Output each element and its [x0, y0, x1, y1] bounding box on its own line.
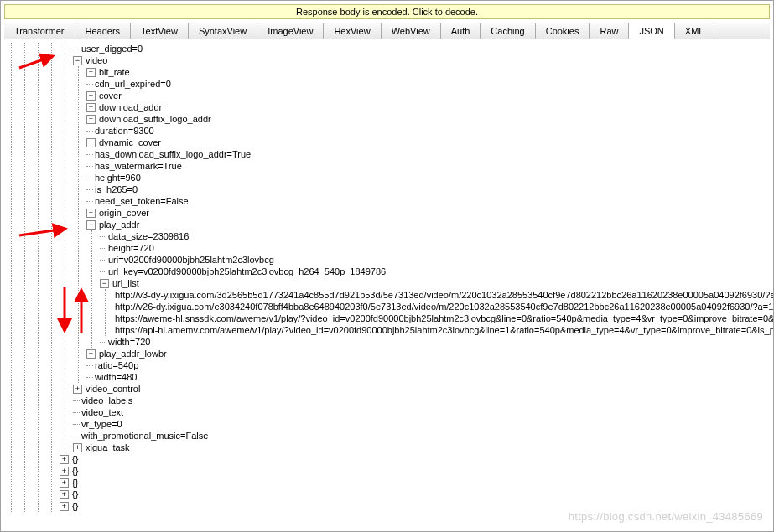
- tab-xml[interactable]: XML: [675, 23, 715, 39]
- tree-row[interactable]: +origin_cover: [86, 207, 773, 219]
- expand-icon[interactable]: +: [86, 68, 96, 77]
- tab-json[interactable]: JSON: [629, 23, 674, 39]
- expand-icon[interactable]: +: [60, 490, 69, 499]
- tree-row[interactable]: ratio=540p: [86, 359, 773, 371]
- tree-row[interactable]: with_promotional_music=False: [73, 430, 773, 442]
- tree-row[interactable]: height=720: [100, 242, 773, 254]
- collapse-icon[interactable]: −: [100, 279, 109, 288]
- expand-icon[interactable]: +: [86, 138, 96, 147]
- tree-row[interactable]: need_set_token=False: [86, 195, 773, 207]
- tree-row[interactable]: cdn_url_expired=0: [86, 78, 773, 90]
- tab-syntaxview[interactable]: SyntaxView: [189, 23, 257, 39]
- tree-row[interactable]: video_labels: [73, 395, 773, 406]
- fiddler-inspector-window: Response body is encoded. Click to decod…: [0, 0, 774, 532]
- tree-row[interactable]: +xigua_task: [73, 442, 773, 453]
- tree-row[interactable]: width=480: [86, 371, 773, 383]
- tree-row[interactable]: data_size=2309816: [100, 230, 773, 242]
- tab-transformer[interactable]: Transformer: [4, 23, 75, 39]
- tree-row[interactable]: http://v3-dy-y.ixigua.com/3d2565b5d17732…: [113, 289, 773, 301]
- expand-icon[interactable]: +: [86, 349, 96, 359]
- expand-icon[interactable]: +: [60, 478, 69, 488]
- tab-hexview[interactable]: HexView: [324, 23, 381, 39]
- watermark-text: https://blog.csdn.net/weixin_43485669: [569, 510, 763, 523]
- expand-icon[interactable]: +: [86, 103, 96, 112]
- tree-row[interactable]: duration=9300: [86, 125, 773, 137]
- tree-row[interactable]: +download_addr: [86, 101, 773, 113]
- tree-row[interactable]: −video: [73, 54, 773, 66]
- decode-banner[interactable]: Response body is encoded. Click to decod…: [4, 4, 770, 19]
- json-tree[interactable]: user_digged=0 −video +bit_rate cdn_url_e…: [1, 39, 773, 515]
- tree-row[interactable]: has_download_suffix_logo_addr=True: [86, 148, 773, 160]
- tab-webview[interactable]: WebView: [382, 23, 441, 39]
- tree-row[interactable]: +{}: [60, 477, 773, 488]
- tree-row[interactable]: uri=v0200fd90000bjbh25lahtm2c3lovbcg: [100, 254, 773, 266]
- tree-row[interactable]: url_key=v0200fd90000bjbh25lahtm2c3lovbcg…: [100, 266, 773, 277]
- tree-row[interactable]: has_watermark=True: [86, 160, 773, 172]
- tree-row[interactable]: user_digged=0: [73, 43, 773, 54]
- expand-icon[interactable]: +: [73, 443, 82, 452]
- tree-row[interactable]: +video_control: [73, 383, 773, 395]
- tree-row[interactable]: −play_addr: [86, 219, 773, 230]
- collapse-icon[interactable]: −: [73, 56, 82, 65]
- tree-row[interactable]: video_text: [73, 406, 773, 418]
- collapse-icon[interactable]: −: [86, 220, 96, 230]
- tree-row[interactable]: +download_suffix_logo_addr: [86, 113, 773, 125]
- tab-textview[interactable]: TextView: [131, 23, 189, 39]
- tab-raw[interactable]: Raw: [590, 23, 629, 39]
- tree-row[interactable]: +{}: [60, 465, 773, 477]
- tab-headers[interactable]: Headers: [75, 23, 132, 39]
- expand-icon[interactable]: +: [86, 115, 96, 124]
- tree-row[interactable]: +cover: [86, 90, 773, 101]
- tree-row[interactable]: http://v26-dy.ixigua.com/e3034240f078bff…: [113, 301, 773, 312]
- tree-row[interactable]: +{}: [60, 453, 773, 465]
- tree-row[interactable]: +dynamic_cover: [86, 137, 773, 148]
- expand-icon[interactable]: +: [86, 209, 96, 218]
- tree-row[interactable]: +play_addr_lowbr: [86, 348, 773, 359]
- tab-imageview[interactable]: ImageView: [257, 23, 324, 39]
- expand-icon[interactable]: +: [73, 385, 82, 394]
- tree-row[interactable]: +{}: [60, 488, 773, 500]
- tree-row[interactable]: width=720: [100, 336, 773, 348]
- tree-row[interactable]: https://api-hl.amemv.com/aweme/v1/play/?…: [113, 324, 773, 336]
- tab-auth[interactable]: Auth: [441, 23, 481, 39]
- expand-icon[interactable]: +: [60, 455, 69, 464]
- expand-icon[interactable]: +: [60, 467, 69, 476]
- tree-row[interactable]: height=960: [86, 172, 773, 183]
- tree-row[interactable]: +bit_rate: [86, 66, 773, 78]
- tree-row[interactable]: vr_type=0: [73, 418, 773, 430]
- tree-row[interactable]: https://aweme-hl.snssdk.com/aweme/v1/pla…: [113, 312, 773, 324]
- tree-row[interactable]: is_h265=0: [86, 183, 773, 195]
- tree-row[interactable]: −url_list: [100, 277, 773, 289]
- expand-icon[interactable]: +: [86, 91, 96, 101]
- inspector-tabs: Transformer Headers TextView SyntaxView …: [4, 23, 770, 39]
- expand-icon[interactable]: +: [60, 502, 69, 511]
- decode-banner-text: Response body is encoded. Click to decod…: [296, 7, 478, 17]
- tab-caching[interactable]: Caching: [481, 23, 535, 39]
- tab-cookies[interactable]: Cookies: [536, 23, 590, 39]
